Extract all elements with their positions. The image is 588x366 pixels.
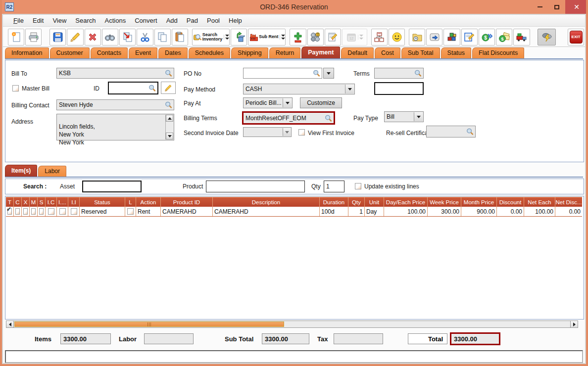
- menu-file[interactable]: File: [9, 15, 28, 26]
- col-m[interactable]: M: [30, 197, 38, 207]
- menu-search[interactable]: Search: [71, 15, 100, 26]
- billing-contact-field[interactable]: Steven Hyde: [56, 99, 174, 110]
- pay-method-extra-field[interactable]: [374, 82, 424, 95]
- quick-action-button[interactable]: [538, 29, 556, 46]
- pay-at-combo[interactable]: Periodic Bill...: [243, 97, 293, 108]
- col-idots[interactable]: I....: [57, 197, 68, 207]
- po-no-field[interactable]: [243, 68, 322, 79]
- menu-help[interactable]: Help: [224, 15, 246, 26]
- sub-rent-button[interactable]: Sub Rent: [248, 29, 286, 46]
- shipping-button[interactable]: [513, 29, 530, 46]
- col-net-each[interactable]: Net Each: [524, 197, 555, 207]
- smiley-button[interactable]: [389, 29, 405, 46]
- tab-dates[interactable]: Dates: [158, 47, 188, 58]
- menu-pool[interactable]: Pool: [202, 15, 224, 26]
- delete-button[interactable]: [85, 29, 101, 46]
- table-horizontal-scrollbar[interactable]: [6, 320, 578, 328]
- col-week-price[interactable]: Week Price: [428, 197, 461, 207]
- tab-sub-total[interactable]: Sub Total: [401, 47, 440, 58]
- master-bill-checkbox[interactable]: [12, 85, 19, 92]
- view-first-invoice-checkbox[interactable]: [298, 129, 305, 136]
- org-chart-button[interactable]: [371, 29, 388, 46]
- pay-method-combo[interactable]: CASH: [243, 84, 355, 94]
- tab-contacts[interactable]: Contacts: [91, 47, 128, 58]
- group-button[interactable]: ?: [307, 29, 324, 46]
- col-unit[interactable]: Unit: [365, 197, 384, 207]
- bill-to-field[interactable]: KSB: [56, 68, 174, 79]
- billing-terms-field[interactable]: MonthResetOFF_EOM: [242, 111, 335, 125]
- update-existing-lines-checkbox[interactable]: [355, 183, 361, 189]
- billing-forward-button[interactable]: $: [479, 29, 495, 46]
- search-inventory-dropdown-icon[interactable]: [224, 35, 229, 40]
- cut-button[interactable]: [137, 29, 153, 46]
- pay-at-dropdown-icon[interactable]: [283, 98, 292, 107]
- row-x-checkbox[interactable]: [23, 208, 28, 215]
- table-row[interactable]: Reserved Rent CAMERAHD CAMERAHD 100d 1 D…: [6, 207, 582, 217]
- col-product-id[interactable]: Product ID: [161, 197, 213, 207]
- menu-view[interactable]: View: [48, 15, 71, 26]
- pay-type-combo[interactable]: Bill: [384, 111, 424, 122]
- row-idots-checkbox[interactable]: [59, 208, 66, 215]
- edit-button[interactable]: [67, 29, 83, 46]
- row-t-checkbox[interactable]: [7, 208, 12, 215]
- col-net-disc[interactable]: Net Disc...: [555, 197, 582, 207]
- bill-to-search-icon[interactable]: [165, 70, 172, 77]
- tab-status[interactable]: Status: [441, 47, 471, 58]
- tab-payment[interactable]: Payment: [301, 46, 340, 58]
- asset-field[interactable]: [82, 181, 142, 192]
- po-no-search-icon[interactable]: [313, 70, 320, 77]
- resell-certificate-search-icon[interactable]: [466, 128, 474, 136]
- save-button[interactable]: [49, 29, 66, 46]
- menu-edit[interactable]: Edit: [28, 15, 48, 26]
- notes-button[interactable]: [325, 29, 341, 46]
- menu-add[interactable]: Add: [162, 15, 182, 26]
- customize-button[interactable]: Customize: [300, 97, 342, 108]
- folder-history-button[interactable]: [409, 29, 425, 46]
- transfer-button[interactable]: [119, 29, 136, 46]
- address-field[interactable]: Lincoln fields, New York New York: [56, 114, 174, 140]
- new-button[interactable]: [8, 29, 24, 46]
- tab-labor[interactable]: Labor: [38, 166, 66, 177]
- row-s-checkbox[interactable]: [39, 208, 44, 215]
- col-ii[interactable]: I.I: [68, 197, 80, 207]
- terms-search-icon[interactable]: [414, 70, 422, 77]
- address-scroll-up-icon[interactable]: [166, 115, 173, 122]
- col-status[interactable]: Status: [80, 197, 125, 207]
- qty-field[interactable]: 1: [324, 181, 344, 192]
- row-m-checkbox[interactable]: [31, 208, 36, 215]
- second-invoice-date-dropdown-icon[interactable]: [283, 128, 291, 136]
- minimize-button[interactable]: [532, 0, 548, 14]
- row-l-checkbox[interactable]: [127, 208, 134, 215]
- terms-field[interactable]: [374, 68, 424, 79]
- exit-button[interactable]: EXIT: [568, 29, 584, 46]
- pay-type-dropdown-icon[interactable]: [414, 112, 423, 121]
- pay-method-dropdown-icon[interactable]: [345, 85, 354, 93]
- paste-button[interactable]: [172, 29, 188, 46]
- col-duration[interactable]: Duration: [320, 197, 348, 207]
- col-x[interactable]: X: [22, 197, 30, 207]
- menu-convert[interactable]: Convert: [130, 15, 162, 26]
- po-no-dropdown-button[interactable]: [323, 68, 334, 79]
- tab-items[interactable]: Item(s): [5, 165, 37, 177]
- memo-button[interactable]: [461, 29, 478, 46]
- sub-rent-dropdown-icon[interactable]: [280, 35, 285, 40]
- tab-default[interactable]: Default: [341, 47, 374, 58]
- col-qty[interactable]: Qty: [348, 197, 365, 207]
- print-button[interactable]: [25, 29, 42, 46]
- col-discount[interactable]: Discount: [497, 197, 524, 207]
- add-remove-button[interactable]: [290, 29, 306, 46]
- menu-pad[interactable]: Pad: [182, 15, 202, 26]
- scroll-right-icon[interactable]: [570, 321, 578, 327]
- tab-event[interactable]: Event: [129, 47, 157, 58]
- second-invoice-date-combo[interactable]: [243, 127, 292, 137]
- col-description[interactable]: Description: [213, 197, 320, 207]
- close-button[interactable]: ✕: [565, 0, 588, 14]
- id-field[interactable]: [108, 82, 158, 94]
- col-day-each-price[interactable]: Day/Each Price: [384, 197, 428, 207]
- billing-terms-search-icon[interactable]: [325, 114, 332, 122]
- tab-cost[interactable]: Cost: [375, 47, 400, 58]
- shortcut-key-button[interactable]: [426, 29, 442, 46]
- find-button[interactable]: [102, 29, 118, 46]
- row-ii-checkbox[interactable]: [71, 208, 77, 215]
- tab-schedules[interactable]: Schedules: [189, 47, 230, 58]
